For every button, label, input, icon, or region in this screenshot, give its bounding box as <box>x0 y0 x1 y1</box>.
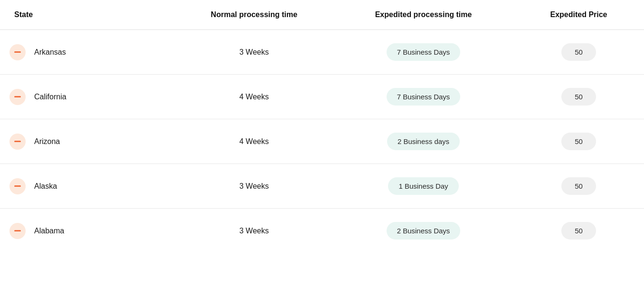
table-row-california: California 4 Weeks 7 Business Days 50 <box>0 75 644 119</box>
price-badge-arkansas: 50 <box>561 43 596 61</box>
table-row-arizona: Arizona 4 Weeks 2 Business days 50 <box>0 119 644 164</box>
price-badge-california: 50 <box>561 88 596 106</box>
expedited-time-cell-arizona: 2 Business days <box>339 133 508 150</box>
state-column-header: State <box>0 10 169 19</box>
remove-california-button[interactable] <box>9 89 26 105</box>
expedited-time-badge-california: 7 Business Days <box>387 88 461 106</box>
state-cell-alaska: Alaska <box>0 178 169 194</box>
normal-time-value-alaska: 3 Weeks <box>239 182 269 191</box>
normal-time-cell-california: 4 Weeks <box>169 93 339 101</box>
normal-time-cell-alaska: 3 Weeks <box>169 182 339 191</box>
expedited-time-cell-california: 7 Business Days <box>339 88 508 106</box>
state-cell-alabama: Alabama <box>0 223 169 239</box>
price-cell-alaska: 50 <box>508 177 644 195</box>
normal-time-value-california: 4 Weeks <box>239 93 269 101</box>
normal-time-value-alabama: 3 Weeks <box>239 227 269 235</box>
normal-time-cell-arkansas: 3 Weeks <box>169 48 339 57</box>
table-row-arkansas: Arkansas 3 Weeks 7 Business Days 50 <box>0 30 644 75</box>
price-badge-alaska: 50 <box>561 177 596 195</box>
normal-time-cell-arizona: 4 Weeks <box>169 137 339 146</box>
table-header: State Normal processing time Expedited p… <box>0 0 644 30</box>
state-name-arkansas: Arkansas <box>34 48 66 57</box>
minus-icon <box>14 230 21 231</box>
minus-icon <box>14 141 21 142</box>
remove-alaska-button[interactable] <box>9 178 26 194</box>
expedited-processing-column-header: Expedited processing time <box>339 10 508 19</box>
normal-time-cell-alabama: 3 Weeks <box>169 227 339 235</box>
table-row-alaska: Alaska 3 Weeks 1 Business Day 50 <box>0 164 644 209</box>
expedited-time-badge-arizona: 2 Business days <box>387 133 460 150</box>
expedited-time-cell-alabama: 2 Business Days <box>339 222 508 240</box>
expedited-time-cell-alaska: 1 Business Day <box>339 177 508 195</box>
expedited-time-badge-arkansas: 7 Business Days <box>387 43 461 61</box>
expedited-time-badge-alaska: 1 Business Day <box>388 177 458 195</box>
expedited-time-cell-arkansas: 7 Business Days <box>339 43 508 61</box>
state-cell-arkansas: Arkansas <box>0 44 169 60</box>
minus-icon <box>14 51 21 53</box>
state-cell-california: California <box>0 89 169 105</box>
states-table: State Normal processing time Expedited p… <box>0 0 644 298</box>
price-cell-arizona: 50 <box>508 133 644 150</box>
expedited-time-badge-alabama: 2 Business Days <box>387 222 461 240</box>
state-name-alabama: Alabama <box>34 227 64 235</box>
state-cell-arizona: Arizona <box>0 134 169 150</box>
remove-arkansas-button[interactable] <box>9 44 26 60</box>
state-name-california: California <box>34 93 66 101</box>
table-body: Arkansas 3 Weeks 7 Business Days 50 Cali… <box>0 30 644 253</box>
remove-arizona-button[interactable] <box>9 134 26 150</box>
price-cell-arkansas: 50 <box>508 43 644 61</box>
price-cell-california: 50 <box>508 88 644 106</box>
expedited-price-column-header: Expedited Price <box>508 10 644 19</box>
minus-icon <box>14 185 21 187</box>
remove-alabama-button[interactable] <box>9 223 26 239</box>
normal-processing-column-header: Normal processing time <box>169 10 339 19</box>
normal-time-value-arkansas: 3 Weeks <box>239 48 269 57</box>
normal-time-value-arizona: 4 Weeks <box>239 137 269 146</box>
price-badge-alabama: 50 <box>561 222 596 240</box>
price-cell-alabama: 50 <box>508 222 644 240</box>
table-row-alabama: Alabama 3 Weeks 2 Business Days 50 <box>0 209 644 253</box>
minus-icon <box>14 96 21 97</box>
state-name-arizona: Arizona <box>34 137 60 146</box>
price-badge-arizona: 50 <box>561 133 596 150</box>
state-name-alaska: Alaska <box>34 182 57 191</box>
